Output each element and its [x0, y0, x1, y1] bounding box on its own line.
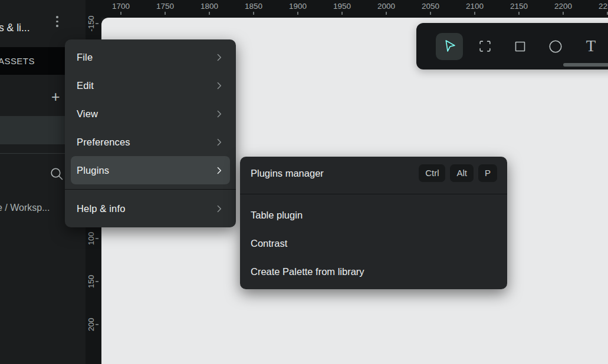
ruler-label: 2200: [554, 2, 572, 11]
ruler-label: 1800: [201, 2, 218, 11]
ruler-tick: [253, 12, 254, 15]
submenu-separator: [240, 194, 507, 194]
kebab-menu-icon[interactable]: [56, 16, 58, 27]
menu-item-label: Help & info: [77, 203, 126, 214]
submenu-item-table-plugin[interactable]: Table plugin: [240, 201, 507, 229]
menu-item-label: Preferences: [77, 137, 130, 148]
tool-board[interactable]: [471, 33, 498, 60]
shortcut-key-badge: Alt: [450, 164, 474, 182]
ruler-label: 2050: [422, 2, 439, 11]
ruler-tick: [165, 12, 166, 15]
design-toolbar: T: [416, 23, 608, 70]
menu-item-edit[interactable]: Edit: [65, 71, 236, 100]
shortcut-badges: CtrlAltP: [419, 164, 497, 182]
menu-item-file[interactable]: File: [65, 43, 236, 71]
cursor-pointer-icon: [442, 38, 458, 54]
submenu-item-label: Contrast: [251, 238, 287, 249]
add-asset-button[interactable]: +: [51, 90, 60, 104]
ruler-label: 1850: [245, 2, 262, 11]
chevron-right-icon: [214, 81, 224, 91]
menu-item-label: File: [77, 52, 93, 63]
submenu-item-contrast[interactable]: Contrast: [240, 229, 507, 257]
ruler-label: -150: [87, 15, 96, 31]
tool-ellipse[interactable]: [542, 33, 569, 60]
menu-separator: [65, 189, 236, 190]
ruler-tick: [474, 12, 475, 15]
chevron-right-icon: [214, 166, 224, 176]
chevron-right-icon: [214, 52, 224, 62]
ruler-tick: [430, 12, 431, 15]
ruler-label: 2250: [599, 2, 608, 11]
ruler-label: 1900: [289, 2, 307, 11]
chevron-right-icon: [214, 204, 224, 214]
tool-text[interactable]: T: [577, 33, 604, 60]
board-frame-icon: [478, 39, 492, 54]
ruler-tick: [96, 238, 98, 239]
plugins-submenu: Plugins managerCtrlAltPTable pluginContr…: [240, 157, 507, 289]
ruler-tick: [563, 12, 564, 15]
submenu-item-plugins-manager[interactable]: Plugins managerCtrlAltP: [240, 159, 507, 187]
rectangle-icon: [513, 39, 527, 54]
text-icon: T: [586, 38, 596, 54]
chevron-right-icon: [214, 137, 224, 147]
ruler-label: 2000: [377, 2, 395, 11]
ruler-label: 1950: [333, 2, 351, 11]
ruler-tick: [341, 12, 343, 15]
menu-item-preferences[interactable]: Preferences: [65, 128, 236, 156]
chevron-right-icon: [214, 109, 224, 119]
ruler-label: 2100: [466, 2, 484, 11]
ruler-tick: [518, 12, 520, 15]
ruler-label: 100: [87, 232, 96, 246]
ruler-tick: [297, 12, 298, 15]
menu-item-label: View: [77, 108, 98, 120]
search-icon[interactable]: [50, 167, 64, 183]
main-menu: FileEditViewPreferencesPluginsHelp & inf…: [65, 39, 236, 227]
submenu-item-label: Table plugin: [251, 210, 303, 221]
ruler-tick: [209, 12, 210, 15]
ruler-tick: [120, 12, 121, 15]
ellipse-icon: [548, 39, 563, 54]
tool-pointer[interactable]: [436, 33, 463, 60]
menu-item-view[interactable]: View: [65, 100, 236, 128]
ruler-label: 1750: [156, 2, 174, 11]
ruler-label: 200: [87, 318, 96, 332]
menu-item-plugins[interactable]: Plugins: [71, 156, 230, 184]
ruler-tick: [386, 12, 387, 15]
ruler-tick: [96, 324, 98, 325]
toolbar-scrollbar[interactable]: [563, 63, 608, 67]
ruler-label: 150: [87, 275, 96, 289]
tool-rectangle[interactable]: [507, 33, 534, 60]
ruler-label: 1700: [112, 2, 130, 11]
sidebar-title: s & li...: [0, 22, 30, 34]
ruler-tick: [96, 23, 98, 24]
shortcut-key-badge: Ctrl: [419, 164, 445, 182]
horizontal-ruler[interactable]: 1700175018001850190019502000205021002150…: [86, 0, 608, 18]
menu-item-label: Edit: [77, 80, 94, 91]
menu-item-label: Plugins: [77, 165, 109, 176]
shortcut-key-badge: P: [478, 164, 497, 182]
menu-item-help-info[interactable]: Help & info: [65, 194, 236, 223]
submenu-item-label: Create Palette from library: [251, 266, 364, 277]
library-breadcrumb[interactable]: e / Worksp...: [0, 203, 50, 213]
ruler-tick: [96, 281, 98, 282]
submenu-item-label: Plugins manager: [251, 168, 324, 179]
submenu-item-create-palette-from-library[interactable]: Create Palette from library: [240, 257, 507, 286]
ruler-label: 2150: [510, 2, 528, 11]
